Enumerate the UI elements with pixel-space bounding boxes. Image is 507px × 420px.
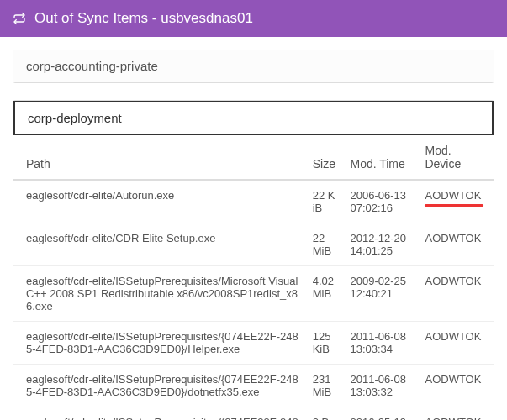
cell-device: AODWTOK [418,365,494,407]
cell-path: eaglesoft/cdr-elite/ISSetupPrerequisites… [13,266,306,322]
cell-device: AODWTOK [418,266,494,322]
cell-path: eaglesoft/cdr-elite/ISSetupPrerequisites… [13,407,306,421]
cell-device: AODWTOK [418,407,494,421]
cell-size: 125 KiB [306,322,344,365]
cell-device: AODWTOK [418,322,494,365]
dialog-title: Out of Sync Items - usbvesdnas01 [34,10,253,27]
cell-size: 4.02 MiB [306,266,344,322]
cell-device: AODWTOK [418,180,494,223]
table-row: eaglesoft/cdr-elite/CDR Elite Setup.exe2… [13,223,494,266]
cell-time: 2011-06-08 13:03:34 [343,322,418,365]
panel-expanded: corp-deployment Path Size Mod. Time Mod.… [13,100,494,420]
table-row: eaglesoft/cdr-elite/ISSetupPrerequisites… [13,365,494,407]
col-time[interactable]: Mod. Time [343,135,418,180]
cell-size: 22 MiB [306,223,344,266]
cell-device: AODWTOK [418,223,494,266]
panel-collapsed[interactable]: corp-accounting-private [13,50,494,83]
cell-size: 22 KiB [306,180,344,223]
table-row: eaglesoft/cdr-elite/ISSetupPrerequisites… [13,322,494,365]
table-row: eaglesoft/cdr-elite/ISSetupPrerequisites… [13,407,494,421]
cell-time: 2016-05-19 11:25:35 [343,407,418,421]
cell-time: 2012-12-20 14:01:25 [343,223,418,266]
col-device[interactable]: Mod. Device [418,135,494,180]
items-table: Path Size Mod. Time Mod. Device eaglesof… [13,135,494,420]
sync-icon [13,12,26,25]
col-size[interactable]: Size [306,135,344,180]
cell-path: eaglesoft/cdr-elite/ISSetupPrerequisites… [13,365,306,407]
col-path[interactable]: Path [13,135,306,180]
cell-time: 2011-06-08 13:03:32 [343,365,418,407]
panel-heading-collapsed[interactable]: corp-accounting-private [13,50,494,82]
cell-path: eaglesoft/cdr-elite/ISSetupPrerequisites… [13,322,306,365]
table-header-row: Path Size Mod. Time Mod. Device [13,135,494,180]
table-row: eaglesoft/cdr-elite/ISSetupPrerequisites… [13,266,494,322]
panel-heading-expanded[interactable]: corp-deployment [13,101,494,135]
table-row: eaglesoft/cdr-elite/Autorun.exe22 KiB200… [13,180,494,223]
highlight-underline [425,204,483,207]
cell-time: 2006-06-13 07:02:16 [343,180,418,223]
cell-path: eaglesoft/cdr-elite/CDR Elite Setup.exe [13,223,306,266]
cell-time: 2009-02-25 12:40:21 [343,266,418,322]
cell-size: 231 MiB [306,365,344,407]
cell-size: 0 B [306,407,344,421]
dialog-header: Out of Sync Items - usbvesdnas01 [0,0,507,37]
cell-path: eaglesoft/cdr-elite/Autorun.exe [13,180,306,223]
content-area: corp-accounting-private corp-deployment … [0,37,507,420]
